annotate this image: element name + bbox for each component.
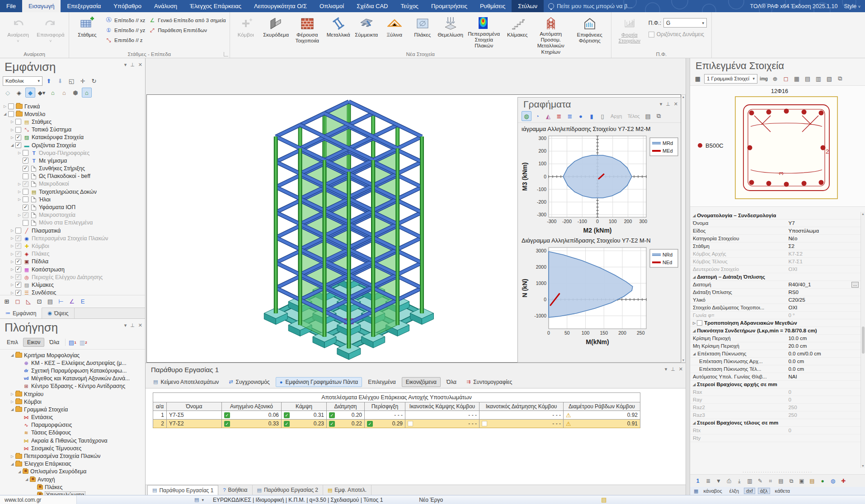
expand-arrow-icon[interactable]: ▷ (9, 260, 15, 264)
ribbon-button-Θεμελίωση[interactable]: Θεμελίωση (437, 14, 465, 49)
expand-arrow-icon[interactable]: ▷ (9, 244, 15, 248)
edit-icon[interactable]: ✎ (755, 476, 765, 486)
local-axes-icon[interactable]: Ε (78, 297, 88, 307)
tree-item[interactable]: ▷╱Πλασματικά (2, 227, 145, 234)
menu-item-Επεξεργασία[interactable]: Επεξεργασία (61, 0, 107, 12)
expand-arrow-icon[interactable]: ▷ (9, 252, 15, 256)
checkbox-icon[interactable] (23, 196, 28, 202)
ribbon-button-Μεταλλικά[interactable]: Μεταλλικά (324, 14, 353, 49)
column-header[interactable]: Διαμέτρου Ράβδων Κόμβου (564, 402, 640, 411)
ribbon-button-Πεπερασμένα[interactable]: Πεπερασμένα Στοιχεία Πλακών (465, 14, 503, 49)
tab-Εμφάνιση[interactable]: ≔Εμφάνιση (0, 308, 42, 318)
load-case-select[interactable]: G▾ (663, 18, 707, 28)
ribbon-button-Επιφάνειες[interactable]: Επιφάνειες Φόρτισης (570, 14, 609, 49)
tree-item[interactable]: ▷▤Τοιχοπληρώσεις Δοκών (2, 188, 145, 196)
expand-arrow-icon[interactable]: ▷ (9, 400, 15, 404)
tree-item[interactable]: ⊕ΚΜ - ΚΕΣ – Ελλείψεις Δυστρεψίας (μ... (2, 359, 145, 367)
work-toolbar-Κείμενο Αποτελεσμάτων[interactable]: ▤Κείμενο Αποτελεσμάτων (149, 377, 223, 387)
render-color-icon[interactable]: ⌂ (82, 88, 92, 98)
ribbon-button-Επιπέδο // z[interactable]: ⤡Επιπέδο // z (103, 36, 147, 44)
bars-icon[interactable]: ▮ (587, 111, 597, 121)
work-toolbar-Συντομογραφίες[interactable]: ⇉Συντομογραφίες (462, 377, 516, 387)
grid-edit-icon[interactable]: ▦ (693, 74, 703, 84)
layers-icon[interactable]: ≣ (703, 476, 713, 486)
property-section-header[interactable]: ◢Στερεοί Βραχίονες τέλους σε mm (690, 419, 860, 427)
checkbox-icon[interactable] (8, 103, 14, 109)
cube-solid-icon[interactable]: ◆ (25, 88, 35, 98)
close-icon[interactable]: ✕ (138, 322, 142, 328)
tree-item[interactable]: ◢Μοντέλο (2, 110, 145, 118)
tree-item[interactable]: Συνθήκες Στήριξης (2, 165, 145, 173)
work-toolbar-Όλα[interactable]: Όλα (442, 377, 461, 387)
stack-icon[interactable]: ▤ (776, 476, 786, 486)
expand-arrow-icon[interactable]: ◢ (2, 112, 8, 116)
tree-item[interactable]: Πλάκες (2, 483, 145, 491)
column-header[interactable]: Ανηγμένο Αξονικό (222, 402, 282, 411)
nav-filter-Εικον[interactable]: Εικον (23, 338, 44, 347)
property-row[interactable]: Αυτόματος Υπολ. Γωνίας Θλιβ...ΝΑΙ (690, 373, 860, 381)
expand-arrow-icon[interactable]: ◢ (24, 477, 30, 481)
checkbox-icon[interactable] (23, 189, 28, 195)
tree-item[interactable]: ▷◎Περιοχές Ελέγχου Διάτρησης (2, 273, 145, 281)
expand-arrow-icon[interactable]: ▷ (9, 392, 15, 396)
ribbon-button-Ξύλινα[interactable]: Ξύλινα (381, 14, 409, 49)
tree-item[interactable]: drΣχετική Παραμόρφωση Κατακόρυφω... (2, 367, 145, 374)
toggle-dxf[interactable]: dxf (744, 488, 755, 494)
properties-scrollbar[interactable]: ▲▼ (860, 212, 865, 468)
grid-a-icon[interactable]: ▦ (792, 74, 802, 84)
property-row[interactable]: ΥλικόC20/25 (690, 296, 860, 304)
expand-arrow-icon[interactable]: ▷ (9, 120, 15, 124)
menu-item-Ανάλυση[interactable]: Ανάλυση (148, 0, 183, 12)
checkbox-icon[interactable] (23, 166, 28, 172)
menu-item-Στύλων[interactable]: Στύλων (512, 0, 544, 12)
rotate-icon[interactable]: ↻ (89, 76, 99, 86)
ribbon-button-Επίπεδο // yz[interactable]: ①Επίπεδο // yz (103, 26, 147, 34)
pan-icon[interactable]: ✛ (78, 76, 88, 86)
tree-item[interactable]: TΜε γέμισμα (2, 157, 145, 164)
tree-item[interactable]: ⋈Ακραία & Πιθανώς Ταυτόχρονα (2, 437, 145, 444)
expand-arrow-icon[interactable]: ▷ (9, 128, 15, 132)
checkbox-icon[interactable] (15, 259, 21, 265)
form-icon[interactable]: ▤ (643, 111, 653, 121)
ribbon-button-Κλίμακες[interactable]: Κλίμακες (503, 14, 531, 49)
copy-icon[interactable]: ⧉ (835, 74, 845, 84)
tree-item[interactable]: vdΜέγεθος και Κατανομή Αξονικών Δυνά... (2, 375, 145, 383)
checkbox-icon[interactable] (23, 158, 28, 163)
work-toolbar-Συγχρονισμός[interactable]: ⇄Συγχρονισμός (225, 377, 273, 387)
copy-icon[interactable]: ⧉ (654, 111, 664, 121)
bottom-tab-Παράθυρο Εργασίας 2[interactable]: ▤Παράθυρο Εργασίας 2 (253, 485, 323, 495)
menu-item-File[interactable]: File (0, 0, 22, 12)
expand-arrow-icon[interactable]: ◢ (9, 407, 15, 411)
tree-item[interactable]: ⋈Εντάσεις (2, 414, 145, 421)
tree-item[interactable]: ▷Κτηρίου (2, 390, 145, 398)
pin-icon[interactable]: ⊥ (671, 366, 675, 372)
menu-item-Υπόβαθρο[interactable]: Υπόβαθρο (107, 0, 148, 12)
expand-arrow-icon[interactable]: ▷ (9, 454, 15, 458)
property-row[interactable]: Γωνία φ=0 ° (690, 312, 860, 319)
grid-b-icon[interactable]: ▤ (803, 74, 813, 84)
tree-item[interactable]: ◢Αντοχή (2, 476, 145, 483)
nav-filter-Επιλ[interactable]: Επιλ (3, 338, 22, 347)
zoom-window-icon[interactable]: ◱ (66, 76, 76, 86)
tree-item[interactable]: ▷▨Κλίμακες (2, 281, 145, 289)
ribbon-button-Επίπεδο // xz[interactable]: ⒶΕπίπεδο // xz (103, 16, 147, 24)
menu-item-Έλεγχος Επάρκειας[interactable]: Έλεγχος Επάρκειας (183, 0, 248, 12)
tree-item[interactable]: ▷⤡Τοπικό Σύστημα (2, 126, 145, 134)
property-section-header[interactable]: ▷Τροποποίηση Αδρανειακών Μεγεθών (690, 319, 860, 327)
checkbox-icon[interactable] (15, 282, 21, 288)
globe-blue-icon[interactable]: ◍ (828, 476, 838, 486)
cube-wire-icon[interactable]: ◈ (14, 88, 24, 98)
checkbox-icon[interactable] (15, 243, 21, 249)
property-row[interactable]: Ray0 (690, 396, 860, 404)
pin-icon[interactable]: ⊥ (130, 322, 135, 328)
bottom-tab-Παράθυρο Εργασίας 1[interactable]: ▤Παράθυρο Εργασίας 1 (147, 485, 218, 495)
style-menu[interactable]: Style ˅ (844, 3, 860, 9)
dropdown-icon[interactable]: ▾ (124, 62, 127, 68)
property-row[interactable]: Διάταξη ΌπλισηςRS0 (690, 289, 860, 296)
column-header[interactable]: Κάμψη (282, 402, 327, 411)
expand-arrow-icon[interactable]: ▷ (9, 135, 15, 140)
toggle-κάθετα[interactable]: κάθετα (773, 488, 792, 494)
checkbox-icon[interactable] (23, 150, 28, 156)
tree-item[interactable]: ◢Οπλισμένο Σκυρόδεμα (2, 468, 145, 476)
checkbox-icon[interactable] (697, 320, 702, 326)
